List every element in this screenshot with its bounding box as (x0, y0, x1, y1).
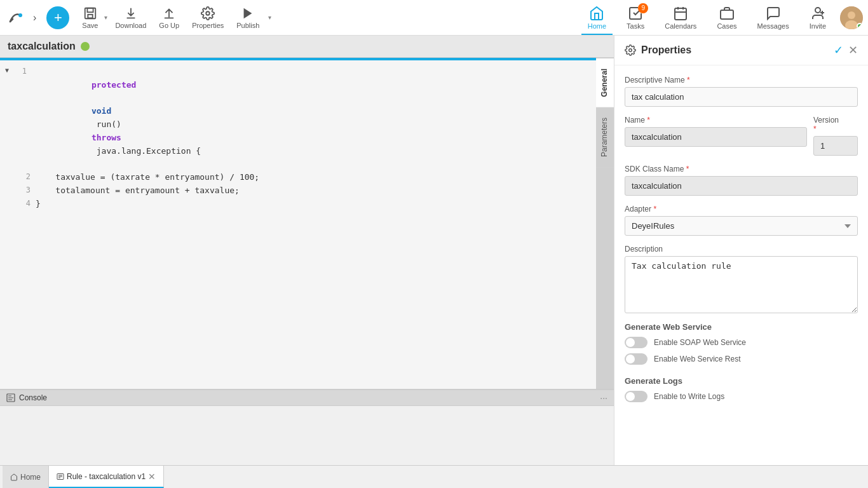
svg-rect-7 (675, 8, 686, 20)
svg-rect-1 (85, 8, 96, 18)
write-logs-toggle-row: Enable to Write Logs (625, 388, 858, 405)
home-tab-icon (10, 473, 18, 481)
svg-rect-4 (165, 17, 174, 18)
console-panel: Console ··· (0, 389, 614, 465)
properties-gear-icon (625, 44, 636, 56)
publish-dropdown-arrow[interactable]: ▾ (268, 14, 271, 21)
properties-body: Descriptive Name * Name * Version (614, 65, 868, 415)
editor-header: taxcalculation (0, 36, 614, 58)
name-label: Name * (625, 116, 807, 125)
tab-parameters[interactable]: Parameters (596, 107, 614, 167)
bottom-tab-home[interactable]: Home (3, 466, 49, 488)
svg-marker-6 (244, 8, 252, 18)
toolbar: › + Save ▾ Download (0, 0, 868, 36)
sdk-class-input[interactable] (625, 176, 858, 196)
sdk-class-label: SDK Class Name * (625, 165, 858, 173)
svg-point-12 (815, 8, 820, 13)
console-header: Console ··· (0, 390, 614, 406)
adapter-label: Adapter * (625, 205, 858, 214)
generate-logs-section: Generate Logs Enable to Write Logs (625, 376, 858, 405)
code-editor[interactable]: ▼ 1 protected void run() throws java.lan… (0, 60, 596, 389)
descriptive-name-input[interactable] (625, 87, 858, 107)
version-input[interactable] (813, 136, 858, 156)
code-line-3: 3 totalamount = entryamount + taxvalue; (0, 184, 596, 198)
svg-point-0 (18, 13, 22, 17)
code-line-1: ▼ 1 protected void run() throws java.lan… (0, 65, 596, 171)
properties-confirm-button[interactable]: ✓ (834, 43, 843, 57)
online-indicator (857, 23, 863, 29)
svg-rect-3 (88, 14, 92, 18)
descriptive-name-label: Descriptive Name * (625, 76, 858, 85)
toolbar-left: › + Save ▾ Download (5, 4, 581, 32)
soap-toggle-row: Enable SOAP Web Service (625, 334, 858, 351)
properties-panel: Properties ✓ ✕ Descriptive Name * Name * (614, 36, 868, 465)
editor-title: taxcalculation (8, 41, 76, 52)
download-button[interactable]: Download (110, 4, 151, 32)
nav-calendars[interactable]: Calendars (658, 3, 703, 32)
adapter-select[interactable]: DeyeIRules (625, 216, 858, 236)
properties-close-button[interactable]: ✕ (848, 43, 858, 57)
console-body[interactable] (0, 406, 614, 465)
toolbar-right: Home Tasks 9 Calendars Cases (581, 3, 863, 32)
svg-point-22 (629, 49, 632, 52)
bottom-tabs: Home Rule - taxcalculation v1 ✕ (0, 465, 868, 488)
editor-panel: taxcalculation ▼ 1 protected void run() … (0, 36, 614, 465)
svg-rect-2 (87, 8, 93, 11)
svg-point-5 (206, 11, 210, 15)
sdk-class-field: SDK Class Name * (625, 165, 858, 196)
vertical-tabs: General Parameters (596, 58, 614, 389)
properties-button[interactable]: Properties (187, 4, 229, 32)
bottom-tab-rule[interactable]: Rule - taxcalculation v1 ✕ (49, 466, 164, 488)
description-field: Description Tax calculation rule (625, 245, 858, 313)
rest-label: Enable Web Service Rest (654, 355, 741, 363)
tab-general[interactable]: General (596, 58, 614, 107)
version-field-group: Version * (813, 116, 858, 156)
add-button[interactable]: + (46, 6, 69, 29)
soap-label: Enable SOAP Web Service (654, 338, 746, 347)
rule-tab-close[interactable]: ✕ (148, 471, 156, 482)
description-label: Description (625, 245, 858, 254)
publish-button[interactable]: Publish (231, 4, 264, 32)
write-logs-label: Enable to Write Logs (654, 392, 724, 401)
console-options[interactable]: ··· (600, 393, 607, 403)
generate-logs-title: Generate Logs (625, 376, 858, 386)
user-avatar[interactable] (840, 6, 863, 29)
name-version-row: Name * Version * (625, 116, 858, 156)
nav-messages[interactable]: Messages (751, 3, 796, 32)
tasks-badge: 9 (638, 3, 648, 13)
rest-toggle[interactable] (625, 353, 648, 365)
description-textarea[interactable]: Tax calculation rule (625, 256, 858, 313)
save-button[interactable]: Save (77, 4, 103, 32)
descriptive-name-field: Descriptive Name * (625, 76, 858, 107)
console-icon (6, 393, 15, 402)
nav-cases[interactable]: Cases (710, 3, 743, 32)
console-title: Console (19, 393, 47, 402)
rule-tab-icon (57, 473, 64, 480)
nav-invite[interactable]: Invite (803, 3, 832, 32)
generate-web-service-section: Generate Web Service Enable SOAP Web Ser… (625, 322, 858, 367)
adapter-field: Adapter * DeyeIRules (625, 205, 858, 236)
svg-rect-11 (721, 10, 733, 19)
generate-web-service-title: Generate Web Service (625, 322, 858, 332)
code-line-4: 4 } (0, 198, 596, 211)
code-line-2: 2 taxvalue = (taxrate * entryamount) / 1… (0, 171, 596, 184)
save-dropdown-arrow[interactable]: ▾ (104, 14, 107, 21)
version-label: Version * (813, 116, 858, 133)
svg-point-16 (848, 11, 855, 19)
soap-toggle[interactable] (625, 337, 648, 348)
app-logo[interactable] (5, 6, 28, 29)
goup-button[interactable]: Go Up (154, 4, 184, 32)
breadcrumb-arrow[interactable]: › (33, 12, 36, 24)
name-field-group: Name * (625, 116, 807, 156)
nav-tasks[interactable]: Tasks 9 (620, 3, 651, 32)
properties-header: Properties ✓ ✕ (614, 36, 868, 65)
status-dot (81, 42, 90, 51)
rest-toggle-row: Enable Web Service Rest (625, 351, 858, 367)
nav-home[interactable]: Home (581, 3, 613, 32)
name-input[interactable] (625, 127, 807, 147)
expand-icon[interactable]: ▼ (5, 65, 9, 76)
write-logs-toggle[interactable] (625, 391, 648, 402)
main-container: taxcalculation ▼ 1 protected void run() … (0, 36, 868, 465)
properties-title: Properties (641, 44, 829, 56)
